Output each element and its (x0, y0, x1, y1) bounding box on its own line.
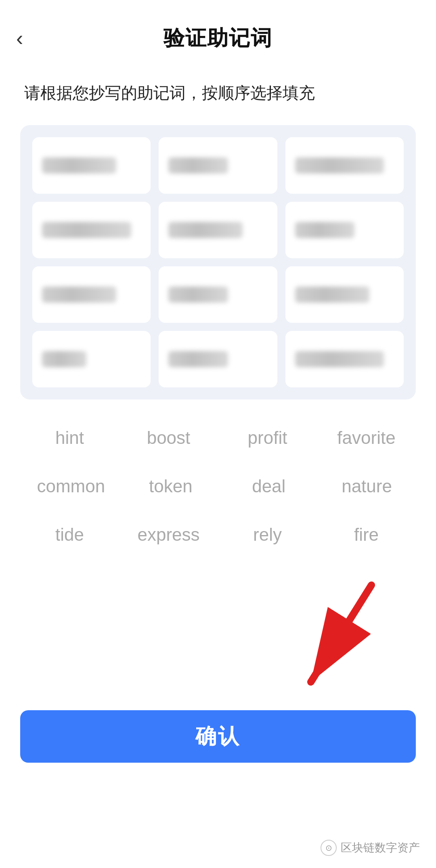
word-item-profit[interactable]: profit (227, 424, 308, 452)
back-button[interactable]: ‹ (16, 28, 23, 49)
grid-cell[interactable] (159, 137, 277, 194)
word-item-tide[interactable]: tide (29, 521, 110, 549)
word-item-nature[interactable]: nature (327, 472, 407, 500)
confirm-button[interactable]: 确认 (20, 710, 416, 763)
instruction-text: 请根据您抄写的助记词，按顺序选择填充 (0, 65, 436, 125)
watermark-icon: ⊙ (321, 840, 337, 856)
watermark-text: 区块链数字资产 (341, 840, 420, 855)
word-item-common[interactable]: common (29, 472, 113, 500)
grid-cell[interactable] (32, 266, 151, 323)
word-list-section: hintboostprofitfavoritecommontokendealna… (0, 399, 436, 581)
arrow-area (0, 581, 436, 702)
arrow-icon (242, 581, 404, 694)
word-item-fire[interactable]: fire (326, 521, 407, 549)
word-item-hint[interactable]: hint (29, 424, 110, 452)
grid-cell[interactable] (285, 202, 404, 258)
mnemonic-grid (20, 125, 416, 399)
word-item-express[interactable]: express (128, 521, 209, 549)
grid-cell[interactable] (159, 202, 277, 258)
grid-cell[interactable] (32, 331, 151, 387)
word-row-1: commontokendealnature (20, 472, 416, 500)
grid-cell[interactable] (32, 202, 151, 258)
grid-cell[interactable] (285, 137, 404, 194)
word-item-token[interactable]: token (130, 472, 211, 500)
svg-line-1 (311, 585, 371, 682)
page-title: 验证助记词 (164, 24, 272, 52)
grid-cell[interactable] (32, 137, 151, 194)
grid-cell[interactable] (285, 331, 404, 387)
word-row-0: hintboostprofitfavorite (20, 424, 416, 452)
confirm-btn-area: 确认 (0, 710, 436, 795)
grid-cell[interactable] (285, 266, 404, 323)
word-row-2: tideexpressrelyfire (20, 521, 416, 549)
grid-cell[interactable] (159, 266, 277, 323)
grid-cell[interactable] (159, 331, 277, 387)
word-item-boost[interactable]: boost (128, 424, 209, 452)
word-item-rely[interactable]: rely (227, 521, 308, 549)
footer-watermark: ⊙ 区块链数字资产 (321, 840, 420, 856)
word-item-deal[interactable]: deal (228, 472, 309, 500)
header: ‹ 验证助记词 (0, 0, 436, 65)
word-item-favorite[interactable]: favorite (326, 424, 407, 452)
